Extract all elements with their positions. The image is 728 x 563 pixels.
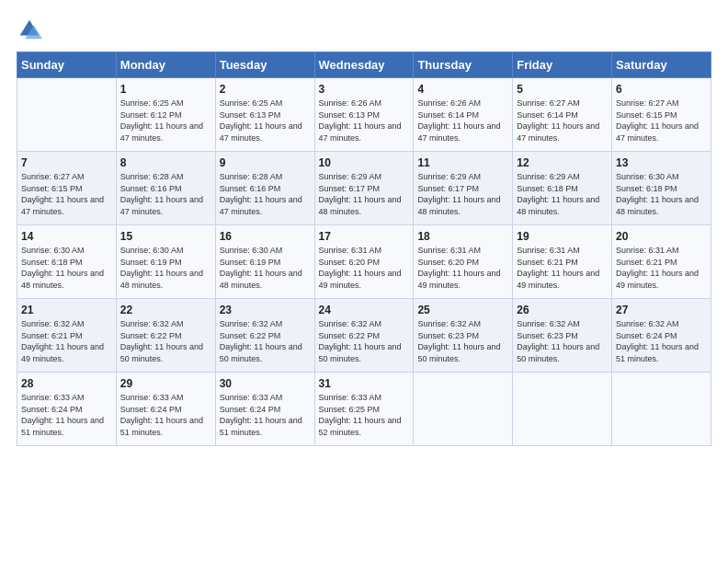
day-number: 13 (616, 156, 707, 169)
day-number: 19 (517, 230, 608, 243)
week-row-3: 14Sunrise: 6:30 AMSunset: 6:18 PMDayligh… (17, 225, 711, 299)
calendar-cell: 29Sunrise: 6:33 AMSunset: 6:24 PMDayligh… (116, 373, 215, 446)
calendar-cell: 17Sunrise: 6:31 AMSunset: 6:20 PMDayligh… (314, 225, 414, 299)
calendar-cell: 11Sunrise: 6:29 AMSunset: 6:17 PMDayligh… (414, 152, 513, 225)
day-number: 5 (517, 83, 608, 96)
calendar-cell: 30Sunrise: 6:33 AMSunset: 6:24 PMDayligh… (215, 373, 314, 446)
day-number: 12 (517, 156, 608, 169)
week-row-1: 1Sunrise: 6:25 AMSunset: 6:12 PMDaylight… (17, 78, 711, 152)
day-number: 29 (120, 377, 211, 390)
header-day-friday: Friday (513, 52, 612, 78)
cell-info: Sunrise: 6:32 AMSunset: 6:22 PMDaylight:… (220, 318, 311, 364)
calendar-cell: 22Sunrise: 6:32 AMSunset: 6:22 PMDayligh… (116, 299, 215, 373)
calendar-cell: 13Sunrise: 6:30 AMSunset: 6:18 PMDayligh… (612, 152, 711, 225)
day-number: 4 (417, 83, 508, 96)
logo (17, 17, 44, 42)
calendar-cell: 9Sunrise: 6:28 AMSunset: 6:16 PMDaylight… (215, 152, 314, 225)
cell-info: Sunrise: 6:32 AMSunset: 6:22 PMDaylight:… (319, 318, 410, 364)
calendar-cell: 4Sunrise: 6:26 AMSunset: 6:14 PMDaylight… (414, 78, 513, 152)
cell-info: Sunrise: 6:28 AMSunset: 6:16 PMDaylight:… (120, 171, 211, 217)
day-number: 17 (319, 230, 410, 243)
calendar-cell: 3Sunrise: 6:26 AMSunset: 6:13 PMDaylight… (314, 78, 414, 152)
calendar-cell: 21Sunrise: 6:32 AMSunset: 6:21 PMDayligh… (17, 299, 117, 373)
day-number: 3 (319, 83, 410, 96)
cell-info: Sunrise: 6:30 AMSunset: 6:19 PMDaylight:… (220, 245, 311, 291)
day-number: 26 (517, 304, 608, 316)
logo-icon (17, 17, 42, 42)
cell-info: Sunrise: 6:25 AMSunset: 6:13 PMDaylight:… (220, 98, 311, 144)
header-day-thursday: Thursday (414, 52, 513, 78)
calendar-cell: 2Sunrise: 6:25 AMSunset: 6:13 PMDaylight… (215, 78, 314, 152)
cell-info: Sunrise: 6:31 AMSunset: 6:20 PMDaylight:… (417, 245, 508, 291)
header-day-wednesday: Wednesday (314, 52, 414, 78)
calendar-cell: 1Sunrise: 6:25 AMSunset: 6:12 PMDaylight… (116, 78, 215, 152)
header (17, 17, 711, 42)
day-number: 8 (120, 156, 211, 169)
calendar-cell: 26Sunrise: 6:32 AMSunset: 6:23 PMDayligh… (513, 299, 612, 373)
day-number: 28 (21, 377, 112, 390)
day-number: 22 (120, 304, 211, 316)
day-number: 23 (220, 304, 311, 316)
calendar-cell: 14Sunrise: 6:30 AMSunset: 6:18 PMDayligh… (17, 225, 117, 299)
calendar-cell: 27Sunrise: 6:32 AMSunset: 6:24 PMDayligh… (612, 299, 711, 373)
day-number: 31 (319, 377, 410, 390)
cell-info: Sunrise: 6:32 AMSunset: 6:21 PMDaylight:… (21, 318, 112, 364)
header-day-saturday: Saturday (612, 52, 711, 78)
cell-info: Sunrise: 6:33 AMSunset: 6:24 PMDaylight:… (120, 392, 211, 438)
calendar-cell: 25Sunrise: 6:32 AMSunset: 6:23 PMDayligh… (414, 299, 513, 373)
cell-info: Sunrise: 6:29 AMSunset: 6:18 PMDaylight:… (517, 171, 608, 217)
cell-info: Sunrise: 6:33 AMSunset: 6:25 PMDaylight:… (319, 392, 410, 438)
day-number: 7 (21, 156, 112, 169)
calendar-cell: 31Sunrise: 6:33 AMSunset: 6:25 PMDayligh… (314, 373, 414, 446)
calendar-cell (17, 78, 117, 152)
week-row-2: 7Sunrise: 6:27 AMSunset: 6:15 PMDaylight… (17, 152, 711, 225)
cell-info: Sunrise: 6:33 AMSunset: 6:24 PMDaylight:… (21, 392, 112, 438)
day-number: 6 (616, 83, 707, 96)
day-number: 18 (417, 230, 508, 243)
page: SundayMondayTuesdayWednesdayThursdayFrid… (0, 0, 728, 563)
calendar-cell: 10Sunrise: 6:29 AMSunset: 6:17 PMDayligh… (314, 152, 414, 225)
cell-info: Sunrise: 6:27 AMSunset: 6:15 PMDaylight:… (616, 98, 707, 144)
header-day-sunday: Sunday (17, 52, 117, 78)
day-number: 2 (220, 83, 311, 96)
calendar-cell: 12Sunrise: 6:29 AMSunset: 6:18 PMDayligh… (513, 152, 612, 225)
day-number: 30 (220, 377, 311, 390)
cell-info: Sunrise: 6:30 AMSunset: 6:19 PMDaylight:… (120, 245, 211, 291)
day-number: 16 (220, 230, 311, 243)
day-number: 15 (120, 230, 211, 243)
header-day-monday: Monday (116, 52, 215, 78)
day-number: 27 (616, 304, 707, 316)
day-number: 9 (220, 156, 311, 169)
calendar-cell: 23Sunrise: 6:32 AMSunset: 6:22 PMDayligh… (215, 299, 314, 373)
cell-info: Sunrise: 6:30 AMSunset: 6:18 PMDaylight:… (21, 245, 112, 291)
cell-info: Sunrise: 6:26 AMSunset: 6:13 PMDaylight:… (319, 98, 410, 144)
cell-info: Sunrise: 6:28 AMSunset: 6:16 PMDaylight:… (220, 171, 311, 217)
cell-info: Sunrise: 6:32 AMSunset: 6:24 PMDaylight:… (616, 318, 707, 364)
calendar-cell: 8Sunrise: 6:28 AMSunset: 6:16 PMDaylight… (116, 152, 215, 225)
cell-info: Sunrise: 6:29 AMSunset: 6:17 PMDaylight:… (417, 171, 508, 217)
calendar-cell: 7Sunrise: 6:27 AMSunset: 6:15 PMDaylight… (17, 152, 117, 225)
calendar-cell (513, 373, 612, 446)
calendar-cell (612, 373, 711, 446)
calendar-cell: 19Sunrise: 6:31 AMSunset: 6:21 PMDayligh… (513, 225, 612, 299)
cell-info: Sunrise: 6:31 AMSunset: 6:20 PMDaylight:… (319, 245, 410, 291)
calendar-cell: 6Sunrise: 6:27 AMSunset: 6:15 PMDaylight… (612, 78, 711, 152)
day-number: 14 (21, 230, 112, 243)
header-row: SundayMondayTuesdayWednesdayThursdayFrid… (17, 52, 711, 78)
cell-info: Sunrise: 6:30 AMSunset: 6:18 PMDaylight:… (616, 171, 707, 217)
day-number: 11 (417, 156, 508, 169)
cell-info: Sunrise: 6:32 AMSunset: 6:23 PMDaylight:… (517, 318, 608, 364)
cell-info: Sunrise: 6:33 AMSunset: 6:24 PMDaylight:… (220, 392, 311, 438)
day-number: 24 (319, 304, 410, 316)
cell-info: Sunrise: 6:32 AMSunset: 6:23 PMDaylight:… (417, 318, 508, 364)
calendar-cell (414, 373, 513, 446)
calendar-cell: 16Sunrise: 6:30 AMSunset: 6:19 PMDayligh… (215, 225, 314, 299)
calendar-table: SundayMondayTuesdayWednesdayThursdayFrid… (17, 52, 711, 446)
week-row-4: 21Sunrise: 6:32 AMSunset: 6:21 PMDayligh… (17, 299, 711, 373)
cell-info: Sunrise: 6:25 AMSunset: 6:12 PMDaylight:… (120, 98, 211, 144)
cell-info: Sunrise: 6:31 AMSunset: 6:21 PMDaylight:… (517, 245, 608, 291)
cell-info: Sunrise: 6:26 AMSunset: 6:14 PMDaylight:… (417, 98, 508, 144)
calendar-cell: 24Sunrise: 6:32 AMSunset: 6:22 PMDayligh… (314, 299, 414, 373)
cell-info: Sunrise: 6:32 AMSunset: 6:22 PMDaylight:… (120, 318, 211, 364)
header-day-tuesday: Tuesday (215, 52, 314, 78)
